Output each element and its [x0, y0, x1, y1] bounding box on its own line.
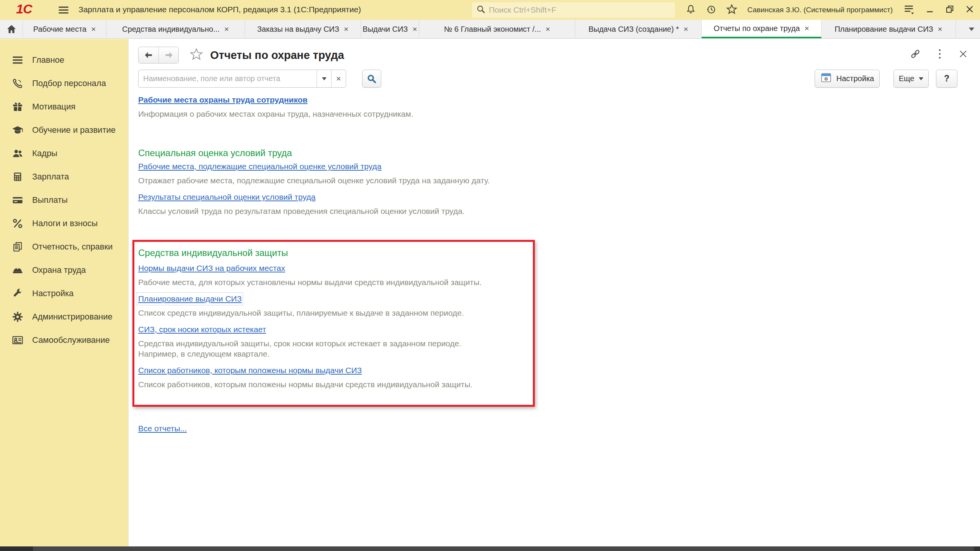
- tab-close-icon[interactable]: ×: [546, 24, 550, 34]
- home-icon: [6, 24, 17, 34]
- sidebar-item-nalogi[interactable]: Налоги и взносы: [0, 212, 128, 235]
- back-button[interactable]: [139, 47, 158, 63]
- bottom-status-strip: [0, 546, 980, 551]
- report-description: Рабочие места, для которых установлены н…: [138, 277, 525, 287]
- notifications-bell-icon[interactable]: [686, 4, 696, 16]
- main-sidebar: Главное Подбор персонала Мотивация Обуче…: [0, 39, 128, 546]
- credit-card-icon: [11, 194, 24, 206]
- nav-history-group: [138, 47, 179, 64]
- sidebar-item-vyplaty[interactable]: Выплаты: [0, 188, 128, 212]
- chevron-down-icon: [919, 77, 923, 80]
- favorite-star-icon[interactable]: [189, 47, 203, 63]
- sidebar-item-podbor-personala[interactable]: Подбор персонала: [0, 72, 128, 95]
- tab-close-icon[interactable]: ×: [684, 24, 688, 34]
- tab-vydachi-siz[interactable]: Выдачи СИЗ×: [361, 20, 419, 38]
- report-link-spisok-rabotnikov[interactable]: Список работников, которым положены норм…: [138, 365, 362, 375]
- tab-bar: Рабочие места× Средства индивидуально...…: [0, 20, 980, 39]
- reports-list: Рабочие места охраны труда сотрудников И…: [138, 95, 965, 434]
- sidebar-item-obuchenie[interactable]: Обучение и развитие: [0, 118, 128, 142]
- tab-vydacha-siz-sozdanie[interactable]: Выдача СИЗ (создание) *×: [575, 20, 702, 38]
- search-clear-button[interactable]: ×: [331, 70, 346, 87]
- main-menu-icon[interactable]: [903, 3, 915, 17]
- graduation-cap-icon: [11, 124, 24, 136]
- sidebar-item-nastrojka[interactable]: Настройка: [0, 282, 128, 305]
- app-title: Зарплата и управление персоналом КОРП, р…: [78, 5, 361, 14]
- helmet-icon: [11, 264, 24, 276]
- report-link-rezultaty-souт[interactable]: Результаты специальной оценки условий тр…: [138, 192, 315, 202]
- report-search-box: ×: [138, 70, 346, 88]
- documents-icon: [11, 241, 24, 253]
- run-search-button[interactable]: [362, 70, 381, 88]
- sidebar-item-administrirovanie[interactable]: Администрирование: [0, 305, 128, 328]
- tab-glavnyj-ekonomist[interactable]: № 6 Главный экономист /...×: [419, 20, 575, 38]
- app-window: 1С Зарплата и управление персоналом КОРП…: [0, 0, 980, 551]
- tab-home[interactable]: [0, 20, 23, 38]
- tab-close-icon[interactable]: ×: [412, 24, 417, 34]
- hamburger-menu-icon[interactable]: [57, 4, 70, 17]
- tab-close-icon[interactable]: ×: [344, 24, 348, 34]
- report-link-siz-srok-noski[interactable]: СИЗ, срок носки которых истекает: [138, 324, 266, 334]
- clear-x-icon: ×: [336, 74, 341, 84]
- tab-close-icon[interactable]: ×: [224, 24, 229, 34]
- chevron-down-icon: [969, 28, 974, 31]
- get-link-icon[interactable]: [910, 48, 921, 61]
- annotation-highlight-box: Средства индивидуальной защиты Нормы выд…: [132, 240, 535, 407]
- gift-icon: [11, 101, 24, 113]
- all-reports-link[interactable]: Все отчеты...: [138, 424, 187, 434]
- report-description: Отражает рабочие места, подлежащие специ…: [138, 175, 965, 186]
- tab-planirovanie-vydachi-siz[interactable]: Планирование выдачи СИЗ×: [822, 20, 956, 38]
- forward-button[interactable]: [158, 47, 178, 63]
- kebab-menu-icon[interactable]: [938, 48, 942, 61]
- sidebar-item-otchetnost[interactable]: Отчетность, справки: [0, 235, 128, 258]
- report-link-planirovanie-vydachi-siz[interactable]: Планирование выдачи СИЗ: [138, 294, 242, 304]
- close-panel-icon[interactable]: [959, 49, 968, 60]
- tab-zakazy-na-vydachu-siz[interactable]: Заказы на выдачу СИЗ×: [245, 20, 361, 38]
- arrow-left-icon: [144, 50, 154, 60]
- tab-list-dropdown[interactable]: [963, 20, 980, 38]
- report-toolbar: × Настройка Еще ?: [138, 70, 971, 88]
- global-search-box[interactable]: [472, 2, 675, 18]
- tab-otchety-po-ohrane-truda[interactable]: Отчеты по охране труда×: [702, 20, 822, 38]
- panel-actions: [910, 48, 968, 61]
- more-button[interactable]: Еще: [893, 70, 929, 88]
- minimize-icon[interactable]: [925, 4, 935, 16]
- 1c-logo: 1С: [16, 2, 32, 16]
- current-user[interactable]: Савинская З.Ю. (Системный программист): [747, 6, 893, 14]
- tab-close-icon[interactable]: ×: [938, 24, 942, 34]
- search-dropdown-button[interactable]: [317, 70, 331, 87]
- menu-lines-icon: [11, 54, 24, 66]
- sidebar-item-glavnoe[interactable]: Главное: [0, 48, 128, 72]
- help-button[interactable]: ?: [936, 70, 957, 88]
- report-link-normy-vydachi-siz[interactable]: Нормы выдачи СИЗ на рабочих местах: [138, 263, 285, 273]
- percent-icon: [11, 217, 24, 230]
- search-icon: [366, 73, 377, 84]
- restore-window-icon[interactable]: [945, 4, 955, 16]
- report-link-rabochie-mesta-ohrany-truda[interactable]: Рабочие места охраны труда сотрудников: [138, 95, 307, 105]
- sidebar-item-ohrana-truda[interactable]: Охрана труда: [0, 258, 128, 282]
- sidebar-item-kadry[interactable]: Кадры: [0, 142, 128, 165]
- people-icon: [11, 147, 24, 160]
- phone-icon: [11, 77, 24, 90]
- chevron-down-icon: [322, 77, 327, 80]
- bottom-strip-right-segment: [974, 546, 980, 551]
- history-icon[interactable]: [706, 4, 716, 16]
- favorites-star-icon[interactable]: [726, 4, 737, 16]
- global-search-input[interactable]: [489, 5, 671, 15]
- close-window-icon[interactable]: [965, 4, 975, 16]
- settings-button[interactable]: Настройка: [815, 70, 880, 88]
- calculator-icon: [11, 171, 24, 183]
- report-description: Информация о рабочих местах охраны труда…: [138, 109, 965, 119]
- sidebar-item-motivaciya[interactable]: Мотивация: [0, 95, 128, 118]
- tab-close-icon[interactable]: ×: [91, 24, 96, 34]
- report-link-rm-podlezhashchie-souт[interactable]: Рабочие места, подлежащие специальной оц…: [138, 161, 381, 171]
- sidebar-item-samoobsluzhivanie[interactable]: Самообслуживание: [0, 328, 128, 352]
- titlebar-controls: Савинская З.Ю. (Системный программист): [686, 0, 975, 20]
- report-search-input[interactable]: [139, 70, 317, 87]
- gear-icon: [11, 311, 24, 323]
- tab-close-icon[interactable]: ×: [805, 24, 809, 33]
- sidebar-item-zarplata[interactable]: Зарплата: [0, 165, 128, 188]
- tab-rabochie-mesta[interactable]: Рабочие места×: [23, 20, 106, 38]
- page-title: Отчеты по охране труда: [210, 49, 344, 62]
- tab-sredstva-individualno[interactable]: Средства индивидуально...×: [106, 20, 245, 38]
- page-header: Отчеты по охране труда: [138, 47, 344, 64]
